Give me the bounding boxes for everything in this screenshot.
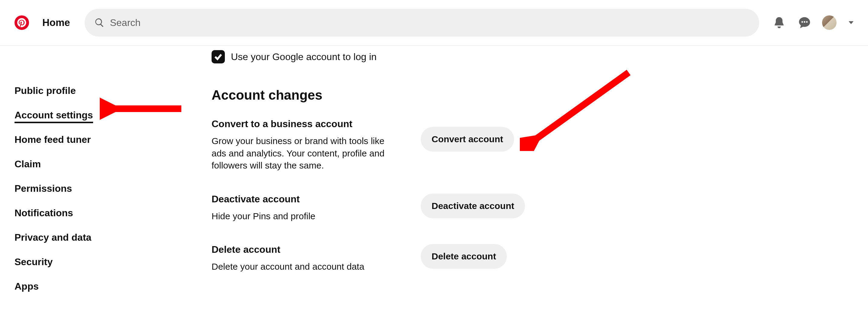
delete-account-button[interactable]: Delete account [421,244,507,269]
bell-icon [773,16,786,29]
header: Home [0,0,868,46]
settings-content: Use your Google account to log in Accoun… [212,48,868,299]
sidebar-item-public-profile[interactable]: Public profile [14,78,76,103]
sidebar-item-label: Account settings [14,110,93,123]
sidebar-item-claim[interactable]: Claim [14,152,41,176]
account-changes-heading: Account changes [212,88,868,103]
header-actions [771,15,856,31]
sidebar-item-label: Permissions [14,183,72,194]
pinterest-icon [17,18,26,27]
sidebar-item-notifications[interactable]: Notifications [14,201,73,225]
sidebar-item-label: Claim [14,159,41,169]
deactivate-account-desc: Hide your Pins and profile [212,210,399,223]
convert-account-row: Convert to a business account Grow your … [212,119,868,172]
convert-account-text: Convert to a business account Grow your … [212,119,399,172]
deactivate-account-button[interactable]: Deactivate account [421,194,525,218]
avatar[interactable] [822,15,837,30]
sidebar-item-label: Apps [14,281,39,292]
deactivate-account-text: Deactivate account Hide your Pins and pr… [212,194,399,223]
sidebar-item-label: Security [14,256,53,267]
google-login-checkbox[interactable] [212,50,225,63]
search-icon [94,18,104,28]
deactivate-account-row: Deactivate account Hide your Pins and pr… [212,194,868,223]
google-login-row: Use your Google account to log in [212,48,868,63]
sidebar-item-label: Notifications [14,207,73,218]
sidebar-item-apps[interactable]: Apps [14,274,39,299]
convert-account-desc: Grow your business or brand with tools l… [212,135,399,172]
sidebar-item-permissions[interactable]: Permissions [14,176,72,201]
sidebar-item-label: Privacy and data [14,232,91,243]
home-link[interactable]: Home [42,17,70,28]
delete-account-row: Delete account Delete your account and a… [212,244,868,273]
delete-account-title: Delete account [212,244,399,255]
notifications-button[interactable] [771,15,787,31]
sidebar-item-account-settings[interactable]: Account settings [14,103,93,128]
sidebar-item-label: Home feed tuner [14,134,91,145]
pinterest-logo[interactable] [14,15,29,30]
google-login-label: Use your Google account to log in [231,51,377,63]
sidebar-item-home-feed-tuner[interactable]: Home feed tuner [14,128,91,152]
settings-sidebar: Public profile Account settings Home fee… [0,48,212,299]
search-bar[interactable] [85,9,759,37]
page-body: Public profile Account settings Home fee… [0,46,868,299]
sidebar-item-privacy-and-data[interactable]: Privacy and data [14,225,91,250]
delete-account-text: Delete account Delete your account and a… [212,244,399,273]
sidebar-item-label: Public profile [14,85,76,96]
check-icon [214,52,223,61]
delete-account-desc: Delete your account and account data [212,261,399,273]
convert-account-title: Convert to a business account [212,119,399,130]
sidebar-item-security[interactable]: Security [14,250,53,274]
search-input[interactable] [110,17,749,28]
deactivate-account-title: Deactivate account [212,194,399,205]
convert-account-button[interactable]: Convert account [421,127,514,152]
account-menu-toggle[interactable] [846,18,856,28]
chat-icon [798,16,811,29]
chevron-down-icon [847,19,855,27]
messages-button[interactable] [797,15,812,31]
